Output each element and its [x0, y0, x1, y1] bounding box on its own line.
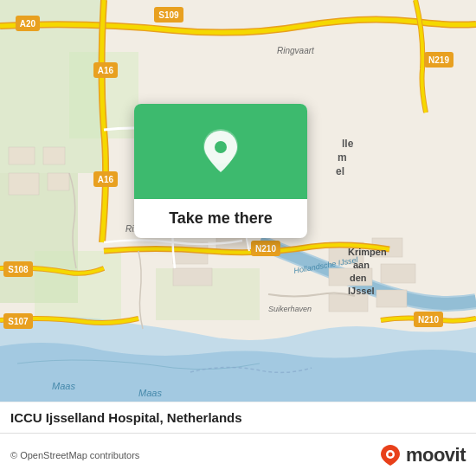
svg-rect-16 [381, 264, 415, 283]
svg-text:N210: N210 [255, 244, 276, 254]
svg-text:Krimpen: Krimpen [348, 247, 387, 257]
svg-text:S108: S108 [8, 265, 29, 274]
svg-text:Ringvaart: Ringvaart [277, 46, 315, 55]
svg-text:el: el [336, 165, 344, 177]
svg-text:A20: A20 [20, 19, 36, 29]
svg-text:S107: S107 [8, 317, 29, 326]
svg-rect-17 [329, 294, 368, 312]
svg-text:IJssel: IJssel [348, 286, 375, 296]
svg-text:lle: lle [342, 138, 354, 150]
svg-text:A16: A16 [98, 175, 114, 184]
footer-bar: © OpenStreetMap contributors moovit [0, 433, 476, 476]
svg-text:den: den [350, 273, 367, 283]
svg-point-53 [388, 452, 392, 456]
popup-green-area [134, 104, 307, 199]
svg-text:S109: S109 [158, 10, 179, 20]
svg-text:Maas: Maas [52, 381, 75, 391]
svg-text:Suikerhaven: Suikerhaven [268, 305, 312, 313]
svg-rect-9 [48, 173, 69, 190]
svg-rect-8 [9, 173, 39, 195]
svg-text:N219: N219 [428, 55, 449, 65]
location-title-bar: ICCU Ijsselland Hospital, Netherlands [0, 402, 476, 433]
svg-text:A16: A16 [98, 66, 114, 75]
svg-text:aan: aan [353, 260, 370, 270]
svg-rect-12 [173, 268, 212, 286]
location-pin-icon [199, 127, 242, 176]
svg-text:Maas: Maas [138, 388, 162, 398]
svg-text:N210: N210 [418, 315, 439, 325]
svg-point-51 [215, 141, 227, 153]
svg-rect-6 [9, 147, 35, 164]
moovit-logo-text: moovit [406, 444, 466, 466]
svg-rect-4 [35, 251, 121, 320]
map-container: A20 A16 A16 S109 S108 S107 N210 N219 N21… [0, 0, 476, 433]
attribution-text: © OpenStreetMap contributors [10, 450, 139, 460]
location-title-text: ICCU Ijsselland Hospital, Netherlands [10, 410, 242, 425]
moovit-icon [378, 443, 402, 467]
take-me-there-button[interactable]: Take me there [155, 199, 286, 238]
popup-card: Take me there [134, 104, 307, 238]
svg-rect-18 [376, 290, 407, 307]
moovit-logo: moovit [378, 443, 466, 467]
svg-rect-7 [43, 147, 65, 164]
svg-text:m: m [338, 151, 347, 164]
